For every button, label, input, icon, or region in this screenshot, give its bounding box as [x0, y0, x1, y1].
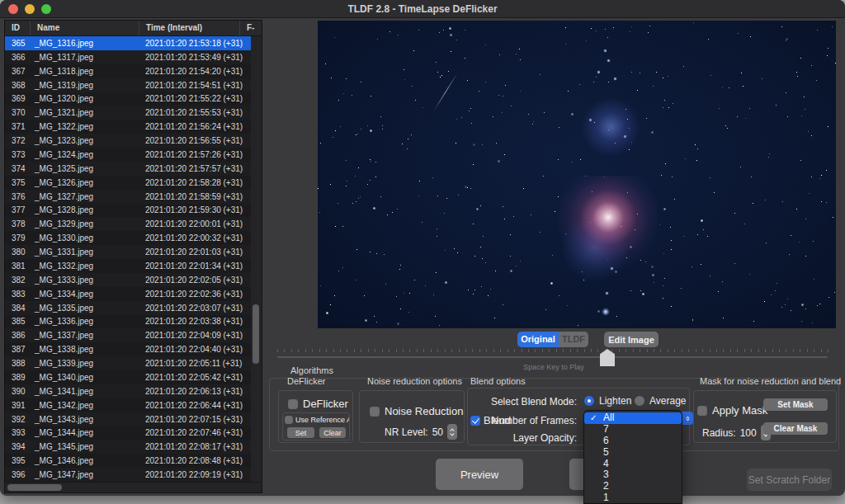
cell-time: 2021:01:20 22:06:44 (+31) [139, 401, 253, 410]
table-row[interactable]: 383_MG_1334.jpeg2021:01:20 22:02:36 (+31… [5, 287, 253, 301]
nr-level-stepper[interactable] [447, 424, 457, 440]
table-row[interactable]: 374_MG_1325.jpeg2021:01:20 21:57:57 (+31… [5, 162, 253, 176]
frames-option-7[interactable]: 7 [584, 424, 682, 436]
column-header-id[interactable]: ID [5, 21, 31, 35]
table-row[interactable]: 371_MG_1322.jpeg2021:01:20 21:56:24 (+31… [5, 120, 253, 134]
table-row[interactable]: 367_MG_1318.jpeg2021:01:20 21:54:20 (+31… [5, 64, 253, 78]
cell-name: _MG_1321.jpeg [31, 108, 139, 117]
preview-button[interactable]: Preview [436, 459, 523, 490]
clear-reference-button[interactable]: Clear [319, 427, 346, 438]
frames-option-5[interactable]: 5 [584, 447, 682, 459]
table-row[interactable]: 388_MG_1339.jpeg2021:01:20 22:05:11 (+31… [5, 356, 253, 370]
noise-reduction-row[interactable]: Noise Reduction [370, 405, 463, 417]
table-row[interactable]: 396_MG_1347.jpeg2021:01:20 22:09:19 (+31… [5, 468, 253, 482]
vertical-scrollbar[interactable] [251, 36, 262, 482]
edit-image-button[interactable]: Edit Image [604, 332, 659, 347]
tldf-view-button[interactable]: TLDF [559, 332, 588, 347]
column-header-f[interactable]: F- [240, 21, 262, 35]
noise-reduction-checkbox[interactable] [370, 407, 380, 417]
table-row[interactable]: 392_MG_1343.jpeg2021:01:20 22:07:15 (+31… [5, 412, 253, 426]
slider-track[interactable] [277, 356, 828, 358]
traffic-lights [8, 4, 51, 14]
cell-id: 382 [5, 276, 31, 285]
bright-star [602, 308, 610, 316]
table-row[interactable]: 381_MG_1332.jpeg2021:01:20 22:01:34 (+31… [5, 259, 253, 273]
table-body[interactable]: 365_MG_1316.jpeg2021:01:20 21:53:18 (+31… [5, 36, 253, 482]
cell-name: _MG_1333.jpeg [31, 276, 139, 285]
cell-time: 2021:01:20 22:07:46 (+31) [139, 428, 253, 437]
cell-id: 365 [5, 39, 31, 48]
horizontal-scrollbar[interactable] [5, 482, 262, 492]
table-row[interactable]: 380_MG_1331.jpeg2021:01:20 22:01:03 (+31… [5, 245, 253, 259]
original-view-button[interactable]: Original [517, 332, 559, 347]
minimize-window-button[interactable] [25, 4, 35, 14]
title-bar[interactable]: TLDF 2.8 - TimeLapse DeFlicker [0, 0, 845, 18]
table-row[interactable]: 389_MG_1340.jpeg2021:01:20 22:05:42 (+31… [5, 370, 253, 384]
cell-id: 385 [5, 317, 31, 326]
table-row[interactable]: 394_MG_1345.jpeg2021:01:20 22:08:17 (+31… [5, 440, 253, 454]
vertical-scrollbar-thumb[interactable] [253, 304, 259, 364]
table-row[interactable]: 390_MG_1341.jpeg2021:01:20 22:06:13 (+31… [5, 384, 253, 398]
table-row[interactable]: 385_MG_1336.jpeg2021:01:20 22:03:38 (+31… [5, 315, 253, 329]
clear-mask-button[interactable]: Clear Mask [763, 422, 828, 435]
close-window-button[interactable] [8, 4, 18, 14]
table-row[interactable]: 379_MG_1330.jpeg2021:01:20 22:00:32 (+31… [5, 231, 253, 245]
cell-id: 366 [5, 53, 31, 62]
apply-mask-checkbox[interactable] [697, 406, 707, 416]
average-radio-row[interactable]: Average [635, 395, 686, 407]
cell-name: _MG_1317.jpeg [31, 53, 139, 62]
frames-option-3[interactable]: 3 [584, 469, 682, 481]
table-row[interactable]: 395_MG_1346.jpeg2021:01:20 22:08:48 (+31… [5, 454, 253, 468]
cell-name: _MG_1320.jpeg [31, 94, 139, 103]
deflicker-checkbox-row[interactable]: DeFlicker [288, 398, 348, 410]
set-reference-button[interactable]: Set [287, 427, 314, 438]
cell-time: 2021:01:20 22:03:07 (+31) [139, 304, 253, 313]
table-row[interactable]: 393_MG_1344.jpeg2021:01:20 22:07:46 (+31… [5, 426, 253, 440]
cell-id: 392 [5, 415, 31, 424]
deflicker-checkbox[interactable] [288, 399, 298, 409]
table-row[interactable]: 384_MG_1335.jpeg2021:01:20 22:03:07 (+31… [5, 301, 253, 315]
table-row[interactable]: 366_MG_1317.jpeg2021:01:20 21:53:49 (+31… [5, 50, 253, 64]
frames-option-all[interactable]: ✓All [584, 412, 682, 424]
app-window: TLDF 2.8 - TimeLapse DeFlicker ID Name T… [0, 0, 845, 496]
image-preview[interactable] [318, 21, 836, 328]
cell-name: _MG_1329.jpeg [31, 219, 139, 228]
table-row[interactable]: 370_MG_1321.jpeg2021:01:20 21:55:53 (+31… [5, 106, 253, 120]
table-row[interactable]: 365_MG_1316.jpeg2021:01:20 21:53:18 (+31… [5, 36, 253, 50]
table-row[interactable]: 376_MG_1327.jpeg2021:01:20 21:58:59 (+31… [5, 190, 253, 204]
average-radio[interactable] [635, 396, 644, 406]
cell-id: 372 [5, 136, 31, 145]
use-reference-area-row[interactable]: Use Reference Area [285, 416, 350, 424]
table-row[interactable]: 375_MG_1326.jpeg2021:01:20 21:58:28 (+31… [5, 176, 253, 190]
cell-name: _MG_1345.jpeg [31, 442, 139, 451]
frames-popup-arrows-icon[interactable] [682, 412, 693, 425]
lighten-radio-row[interactable]: Lighten [584, 395, 631, 407]
table-row[interactable]: 369_MG_1320.jpeg2021:01:20 21:55:22 (+31… [5, 92, 253, 106]
table-row[interactable]: 373_MG_1324.jpeg2021:01:20 21:57:26 (+31… [5, 148, 253, 162]
frames-option-4[interactable]: 4 [584, 459, 682, 470]
set-scratch-folder-button[interactable]: Set Scratch Folder [747, 469, 832, 491]
frames-option-6[interactable]: 6 [584, 436, 682, 447]
apply-mask-row[interactable]: Apply Mask [697, 404, 767, 417]
set-mask-button[interactable]: Set Mask [763, 398, 828, 411]
table-row[interactable]: 378_MG_1329.jpeg2021:01:20 22:00:01 (+31… [5, 217, 253, 231]
use-reference-area-checkbox[interactable] [285, 416, 293, 424]
table-row[interactable]: 368_MG_1319.jpeg2021:01:20 21:54:51 (+31… [5, 78, 253, 92]
table-row[interactable]: 382_MG_1333.jpeg2021:01:20 22:02:05 (+31… [5, 273, 253, 287]
frames-option-1[interactable]: 1 [584, 492, 682, 504]
cell-id: 386 [5, 331, 31, 340]
table-row[interactable]: 391_MG_1342.jpeg2021:01:20 22:06:44 (+31… [5, 398, 253, 412]
fullscreen-window-button[interactable] [41, 4, 51, 14]
table-row[interactable]: 387_MG_1338.jpeg2021:01:20 22:04:40 (+31… [5, 342, 253, 356]
horizontal-scrollbar-thumb[interactable] [7, 484, 62, 491]
cell-name: _MG_1324.jpeg [31, 150, 139, 159]
table-row[interactable]: 377_MG_1328.jpeg2021:01:20 21:59:30 (+31… [5, 204, 253, 218]
frames-option-2[interactable]: 2 [584, 481, 682, 492]
column-header-name[interactable]: Name [31, 21, 139, 35]
cell-id: 379 [5, 233, 31, 243]
table-row[interactable]: 372_MG_1323.jpeg2021:01:20 21:56:55 (+31… [5, 134, 253, 148]
column-header-time-interval[interactable]: Time (Interval) [139, 21, 240, 35]
table-row[interactable]: 386_MG_1337.jpeg2021:01:20 22:04:09 (+31… [5, 328, 253, 342]
window-title: TLDF 2.8 - TimeLapse DeFlicker [0, 0, 845, 18]
lighten-radio[interactable] [584, 396, 594, 406]
